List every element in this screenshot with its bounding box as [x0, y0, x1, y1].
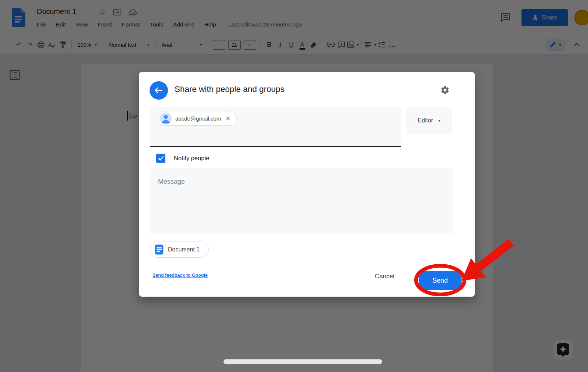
- recipient-chip[interactable]: abcde@gmail.com ✕: [158, 111, 237, 126]
- check-icon: [158, 156, 164, 161]
- notify-label: Notify people: [174, 155, 209, 162]
- message-placeholder: Message: [158, 178, 185, 186]
- role-dropdown[interactable]: Editor ▾: [406, 107, 452, 134]
- notify-checkbox[interactable]: [156, 154, 165, 163]
- cancel-button[interactable]: Cancel: [370, 270, 399, 283]
- settings-gear-icon[interactable]: [440, 85, 450, 95]
- chevron-down-icon: ▾: [438, 118, 441, 123]
- horizontal-scrollbar[interactable]: [223, 359, 382, 364]
- document-chip-label: Document 1: [168, 246, 200, 253]
- share-dialog: Share with people and groups abcde@gmail…: [139, 72, 475, 297]
- back-arrow-icon: [154, 87, 163, 94]
- dialog-title: Share with people and groups: [175, 85, 284, 94]
- document-chip[interactable]: Document 1: [150, 242, 209, 258]
- send-button[interactable]: Send: [419, 271, 462, 290]
- recipient-email: abcde@gmail.com: [175, 115, 221, 122]
- send-button-label: Send: [432, 277, 448, 285]
- back-button[interactable]: [150, 81, 168, 100]
- message-input[interactable]: Message: [150, 168, 453, 233]
- remove-recipient-icon[interactable]: ✕: [225, 115, 231, 122]
- doc-file-icon: [155, 244, 164, 255]
- person-avatar-icon: [160, 112, 172, 124]
- feedback-link[interactable]: Send feedback to Google: [153, 273, 208, 278]
